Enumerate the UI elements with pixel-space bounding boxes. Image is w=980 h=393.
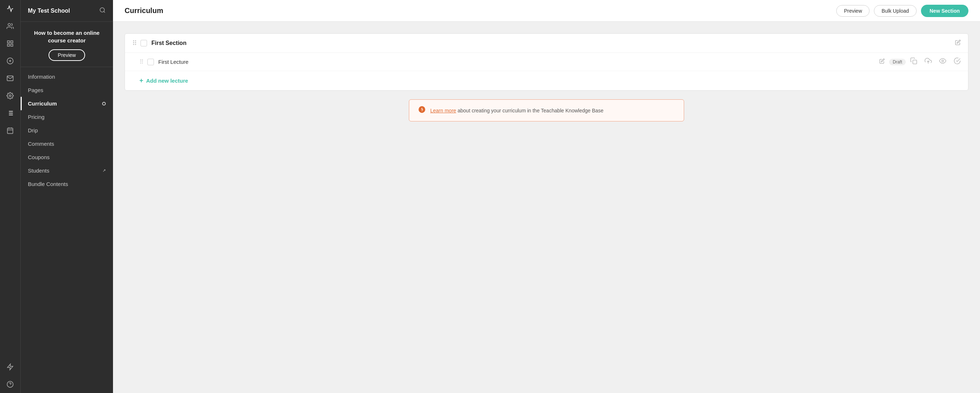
sidebar-item-students[interactable]: Students ↗: [21, 164, 113, 177]
svg-rect-13: [8, 128, 13, 133]
sidebar-nav: Information Pages Curriculum Pricing Dri…: [21, 67, 113, 393]
lecture-drag-handle[interactable]: ⠿: [140, 59, 143, 65]
sidebar-item-pages[interactable]: Pages: [21, 83, 113, 97]
plus-icon: +: [140, 77, 143, 85]
svg-point-24: [942, 60, 944, 62]
lecture-checkbox[interactable]: [147, 59, 154, 65]
help-icon[interactable]: [0, 375, 20, 393]
new-section-button[interactable]: New Section: [921, 5, 969, 17]
course-preview-button[interactable]: Preview: [49, 49, 86, 61]
page-title: Curriculum: [124, 6, 163, 15]
external-link-icon: ↗: [102, 168, 106, 173]
main-content: Curriculum Preview Bulk Upload New Secti…: [113, 0, 980, 393]
add-lecture-label: Add new lecture: [146, 78, 188, 84]
svg-rect-22: [913, 60, 917, 64]
section-edit-icon[interactable]: [955, 40, 961, 47]
school-name: My Test School: [28, 8, 70, 14]
settings-icon[interactable]: [0, 87, 20, 104]
dashboard-icon[interactable]: [0, 35, 20, 52]
sidebar-header: My Test School: [21, 0, 113, 22]
topbar-actions: Preview Bulk Upload New Section: [836, 5, 969, 17]
course-info: How to become an online course creator P…: [21, 22, 113, 67]
topbar: Curriculum Preview Bulk Upload New Secti…: [113, 0, 980, 22]
lightning-icon[interactable]: [0, 358, 20, 375]
upload-icon[interactable]: [924, 57, 932, 66]
complete-icon[interactable]: [954, 57, 961, 66]
search-icon[interactable]: [99, 7, 106, 15]
lecture-actions: [910, 57, 961, 66]
svg-point-20: [100, 8, 104, 12]
sidebar-item-bundle-contents[interactable]: Bundle Contents: [21, 177, 113, 191]
curriculum-rail-icon[interactable]: [0, 104, 20, 122]
sidebar-item-information[interactable]: Information: [21, 70, 113, 83]
section-name: First Section: [151, 40, 949, 46]
svg-rect-2: [11, 41, 13, 43]
icon-rail: [0, 0, 20, 393]
sidebar: My Test School How to become an online c…: [20, 0, 113, 393]
lecture-row: ⠿ First Lecture Draft: [125, 53, 968, 71]
svg-rect-3: [11, 44, 13, 46]
email-icon[interactable]: [0, 70, 20, 87]
svg-text:?: ?: [422, 109, 423, 112]
preview-button[interactable]: Preview: [836, 5, 870, 17]
sidebar-item-drip[interactable]: Drip: [21, 124, 113, 137]
sidebar-item-coupons[interactable]: Coupons: [21, 150, 113, 164]
section-header: ⠿ First Section: [125, 34, 968, 53]
curriculum-badge: [102, 102, 106, 105]
sidebar-item-curriculum[interactable]: Curriculum: [21, 97, 113, 110]
info-text: Learn more about creating your curriculu…: [430, 108, 603, 113]
svg-marker-17: [8, 364, 13, 370]
info-circle-icon: ?: [418, 105, 426, 115]
preview-lecture-icon[interactable]: [939, 57, 946, 66]
info-box: ? Learn more about creating your curricu…: [409, 99, 684, 121]
copy-icon[interactable]: [910, 57, 917, 66]
sidebar-item-pricing[interactable]: Pricing: [21, 110, 113, 124]
lecture-edit-icon[interactable]: [879, 58, 885, 65]
section-card: ⠿ First Section ⠿ First Lecture: [124, 34, 969, 91]
users-icon[interactable]: [0, 18, 20, 35]
svg-point-6: [10, 95, 11, 97]
section-checkbox[interactable]: [140, 40, 147, 46]
svg-line-21: [103, 11, 105, 12]
draft-badge: Draft: [889, 59, 906, 65]
svg-point-0: [8, 24, 11, 26]
svg-rect-1: [8, 41, 10, 43]
calendar-icon[interactable]: [0, 122, 20, 139]
lecture-name: First Lecture: [158, 59, 873, 65]
add-lecture-button[interactable]: + Add new lecture: [125, 71, 968, 90]
bulk-upload-button[interactable]: Bulk Upload: [874, 5, 916, 17]
revenue-icon[interactable]: [0, 52, 20, 70]
section-drag-handle[interactable]: ⠿: [132, 40, 136, 46]
course-title: How to become an online course creator: [28, 29, 106, 44]
analytics-icon[interactable]: [0, 0, 20, 18]
content-area: ⠿ First Section ⠿ First Lecture: [113, 22, 980, 393]
sidebar-item-comments[interactable]: Comments: [21, 137, 113, 150]
svg-rect-4: [8, 44, 10, 46]
learn-more-link[interactable]: Learn more: [430, 108, 456, 113]
